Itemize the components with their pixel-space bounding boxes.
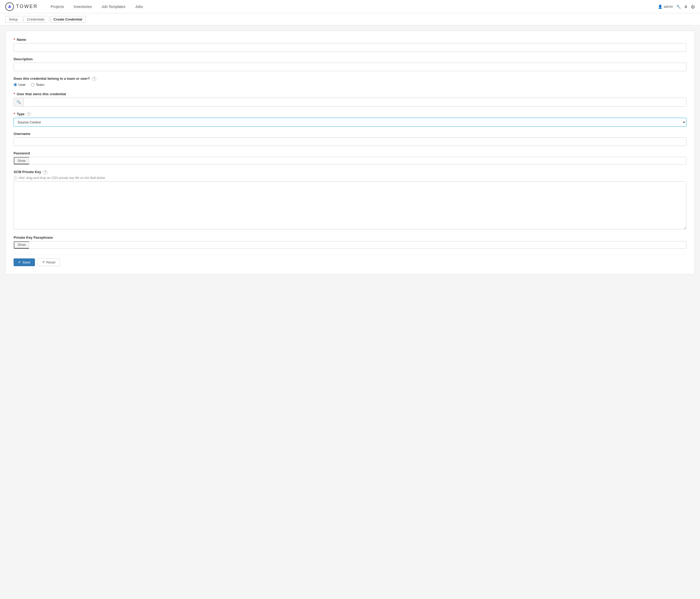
username-label: Username: [14, 132, 686, 136]
name-group: * Name: [14, 38, 686, 52]
scm-key-group: SCM Private Key ? i Hint: drag and drop …: [14, 170, 686, 230]
passphrase-input[interactable]: [29, 241, 686, 248]
scm-key-textarea[interactable]: [14, 181, 686, 230]
ownership-label: Does this credential belong to a team or…: [14, 76, 686, 81]
navbar: A TOWER Projects Inventories Job Templat…: [0, 0, 700, 13]
passphrase-input-wrapper: Show: [14, 241, 686, 249]
scm-hint-info-icon: i: [14, 176, 17, 180]
description-input[interactable]: [14, 63, 686, 71]
ownership-help-icon[interactable]: ?: [92, 77, 96, 81]
private-key-passphrase-group: Private Key Passphrase Show: [14, 236, 686, 249]
user-owner-group: * User that owns this credential 🔍: [14, 92, 686, 107]
breadcrumb-create-credential-label: Create Credential: [50, 16, 86, 23]
user-owner-search-wrapper: 🔍: [14, 98, 686, 107]
user-menu[interactable]: admin: [658, 4, 673, 9]
radio-user[interactable]: User: [14, 83, 26, 87]
scm-key-help-icon[interactable]: ?: [43, 170, 47, 174]
form-card: * Name Description Does this credential …: [5, 31, 695, 274]
breadcrumb-sep-1: [21, 16, 24, 23]
private-key-passphrase-label: Private Key Passphrase: [14, 236, 686, 239]
radio-team-input[interactable]: [31, 83, 34, 87]
brand-name: TOWER: [16, 4, 38, 9]
name-label: * Name: [14, 38, 686, 42]
main-content: * Name Description Does this credential …: [0, 25, 700, 280]
password-label: Password: [14, 151, 686, 155]
breadcrumb: Setup Credentials Create Credential: [0, 13, 700, 25]
username-group: Username: [14, 132, 686, 146]
type-help-icon[interactable]: ?: [27, 112, 31, 116]
main-nav: Projects Inventories Job Templates Jobs: [46, 0, 658, 13]
settings-link[interactable]: [676, 4, 681, 9]
nav-item-inventories[interactable]: Inventories: [69, 0, 97, 13]
password-input[interactable]: [29, 157, 686, 164]
user-owner-label: * User that owns this credential: [14, 92, 686, 96]
navbar-right: admin: [658, 4, 695, 9]
type-select[interactable]: Source Control Machine Vault Network SCM…: [14, 118, 686, 126]
passphrase-show-button[interactable]: Show: [14, 241, 29, 248]
radio-user-input[interactable]: [14, 83, 17, 87]
type-group: * Type ? Source Control Machine Vault Ne…: [14, 112, 686, 127]
breadcrumb-create-credential: Create Credential: [50, 16, 86, 23]
logout-icon: [691, 4, 695, 9]
password-group: Password Show: [14, 151, 686, 165]
description-label: Description: [14, 57, 686, 61]
type-label: * Type ?: [14, 112, 686, 117]
breadcrumb-setup-link[interactable]: Setup: [5, 16, 21, 23]
name-required-star: *: [14, 38, 15, 42]
reset-button[interactable]: ↺ Reset: [38, 259, 60, 266]
nav-item-projects[interactable]: Projects: [46, 0, 69, 13]
ownership-radio-group: User Team: [14, 83, 686, 87]
password-show-button[interactable]: Show: [14, 157, 29, 164]
monitor-link[interactable]: [684, 4, 688, 9]
user-owner-required-star: *: [14, 92, 15, 96]
save-icon: ✔: [18, 260, 21, 264]
user-owner-input[interactable]: [24, 98, 686, 106]
breadcrumb-credentials[interactable]: Credentials: [23, 16, 48, 23]
ownership-group: Does this credential belong to a team or…: [14, 76, 686, 87]
save-button[interactable]: ✔ Save: [14, 259, 35, 266]
type-required-star: *: [14, 112, 15, 116]
search-icon: 🔍: [14, 98, 24, 106]
scm-key-hint: i Hint: drag and drop an SSH private key…: [14, 176, 686, 180]
nav-item-jobs[interactable]: Jobs: [130, 0, 148, 13]
brand-logo-circle: A: [5, 2, 14, 11]
monitor-icon: [684, 4, 688, 9]
nav-item-job-templates[interactable]: Job Templates: [97, 0, 130, 13]
reset-icon: ↺: [42, 260, 45, 264]
brand-logo-link[interactable]: A TOWER: [5, 2, 38, 11]
breadcrumb-setup[interactable]: Setup: [5, 16, 21, 23]
form-actions: ✔ Save ↺ Reset: [14, 254, 686, 266]
username-input[interactable]: [14, 137, 686, 146]
wrench-icon: [676, 4, 681, 9]
breadcrumb-sep-2: [48, 16, 50, 23]
description-group: Description: [14, 57, 686, 71]
user-icon: [658, 4, 662, 9]
name-input[interactable]: [14, 43, 686, 52]
scm-key-label: SCM Private Key ?: [14, 170, 686, 174]
brand-letter: A: [8, 4, 11, 9]
logout-link[interactable]: [691, 4, 695, 9]
username-label: admin: [664, 4, 673, 8]
breadcrumb-credentials-link[interactable]: Credentials: [23, 16, 48, 23]
password-input-wrapper: Show: [14, 157, 686, 165]
radio-team[interactable]: Team: [31, 83, 44, 87]
